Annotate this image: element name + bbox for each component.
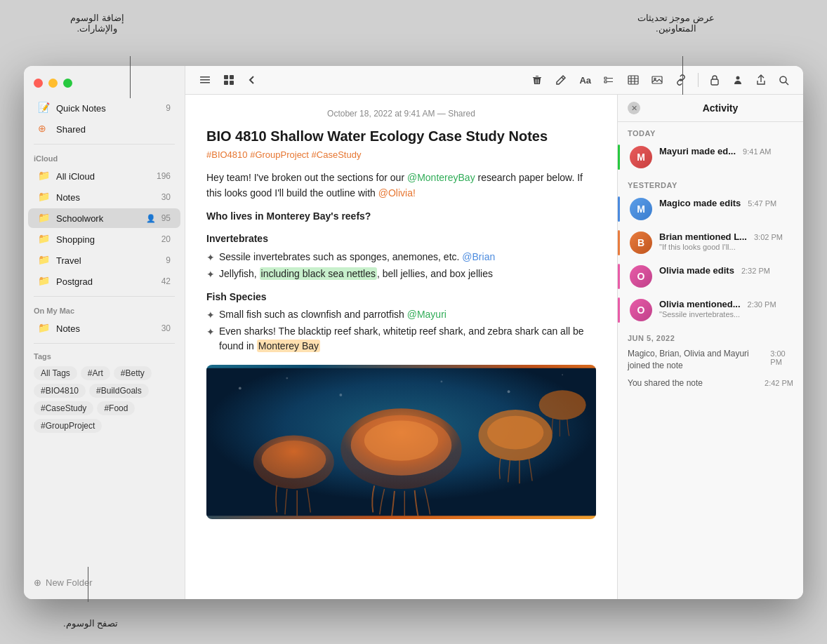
sidebar-item-shopping[interactable]: 📁 Shopping 20: [28, 229, 180, 249]
editor-panel: October 18, 2022 at 9:41 AM — Shared BIO…: [185, 95, 617, 599]
activity-item-time: 2:32 PM: [741, 267, 770, 275]
sidebar-item-schoolwork[interactable]: 📁 Schoolwork 👤 95: [28, 208, 180, 228]
zoom-button[interactable]: [63, 79, 72, 88]
format-button[interactable]: Aa: [575, 72, 595, 88]
tag-casestudy[interactable]: #CaseStudy: [34, 401, 93, 415]
window-controls: [24, 73, 185, 98]
activity-item-wrapper-2: M Magico made edits 5:47 PM: [618, 192, 803, 226]
svg-point-22: [286, 377, 288, 380]
sidebar-item-quick-notes[interactable]: 📝 Quick Notes 9: [28, 98, 180, 118]
main-area: October 18, 2022 at 9:41 AM — Shared BIO…: [185, 95, 803, 599]
sidebar-item-label: Notes: [56, 192, 159, 203]
svg-rect-2: [200, 82, 210, 83]
svg-rect-4: [230, 75, 234, 79]
bullet1-text: Sessile invertebrates such as sponges, a…: [219, 250, 495, 264]
media-button[interactable]: [647, 72, 667, 88]
activity-close-button[interactable]: ✕: [628, 102, 640, 114]
activity-item-olivia-1[interactable]: O Olivia made edits 2:32 PM: [620, 260, 780, 293]
avatar-magico: M: [630, 198, 652, 220]
icloud-section-label: iCloud: [24, 149, 185, 166]
activity-item-olivia-2[interactable]: O Olivia mentioned... "Sessile invertebr…: [620, 293, 786, 327]
activity-list: TODAY M Mayuri made ed... 9:41 AM: [618, 122, 803, 599]
activity-yesterday-label: YESTERDAY: [618, 174, 803, 192]
activity-item-name: Brian mentioned L...: [659, 232, 747, 242]
folder-icon: 📁: [38, 191, 51, 203]
svg-rect-0: [200, 76, 210, 78]
back-button[interactable]: [243, 72, 261, 88]
bullet-star-icon: ✦: [206, 250, 215, 265]
search-button[interactable]: [774, 72, 793, 88]
activity-jun5-label: JUN 5, 2022: [618, 327, 803, 345]
compose-button[interactable]: [551, 72, 571, 88]
tag-bio4810[interactable]: #BIO4810: [34, 384, 86, 398]
checklist-button[interactable]: [600, 72, 619, 88]
new-folder-button[interactable]: ⊕ New Folder: [24, 573, 185, 592]
sidebar-item-label: All iCloud: [56, 171, 154, 182]
tag-betty[interactable]: #Betty: [114, 366, 152, 380]
activity-item-brian[interactable]: B Brian mentioned L... "If this looks go…: [620, 226, 793, 260]
bullet3-text: Small fish such as clownfish and parrotf…: [219, 307, 446, 322]
bullet-item-4: ✦ Even sharks! The blacktip reef shark, …: [206, 324, 596, 354]
svg-rect-3: [224, 75, 228, 79]
svg-rect-9: [628, 76, 638, 84]
joined-text: Magico, Brian, Olivia and Mayuri joined …: [628, 348, 770, 372]
tag-groupproject[interactable]: #GroupProject: [34, 419, 102, 433]
tag-all-tags[interactable]: All Tags: [34, 366, 77, 380]
tag-art[interactable]: #Art: [81, 366, 110, 380]
sidebar-item-travel[interactable]: 📁 Travel 9: [28, 250, 180, 270]
svg-rect-16: [711, 79, 718, 85]
annotation-top-left: إضافة الوسوموالإشارات.: [70, 13, 124, 34]
editor-content[interactable]: October 18, 2022 at 9:41 AM — Shared BIO…: [185, 95, 617, 599]
collaborate-button[interactable]: [728, 72, 748, 88]
note-title[interactable]: BIO 4810 Shallow Water Ecology Case Stud…: [206, 127, 596, 145]
shared-time: 2:42 PM: [765, 379, 793, 387]
sidebar-item-shared[interactable]: ⊕ Shared: [28, 119, 180, 139]
avatar-olivia-1: O: [630, 265, 652, 288]
delete-button[interactable]: [527, 72, 547, 88]
activity-item-magico[interactable]: M Magico made edits 5:47 PM: [620, 192, 786, 226]
sidebar-item-label: Shopping: [56, 234, 159, 245]
sidebar-item-label: Postgrad: [56, 276, 159, 287]
activity-item-preview: "If this looks good I'll...: [659, 243, 747, 251]
sidebar-item-label: Shared: [56, 124, 171, 135]
svg-point-25: [508, 390, 510, 393]
tag-buildgoals[interactable]: #BuildGoals: [89, 384, 149, 398]
svg-rect-14: [652, 76, 662, 83]
note-image: [206, 365, 596, 519]
activity-item-wrapper-3: B Brian mentioned L... "If this looks go…: [618, 226, 803, 260]
folder-icon: 📁: [38, 254, 51, 267]
minimize-button[interactable]: [48, 79, 58, 88]
grid-view-button[interactable]: [219, 72, 239, 88]
monterey-mention: @MontereyBay: [407, 172, 475, 183]
close-button[interactable]: [34, 79, 43, 88]
annotation-bottom-left: تصفح الوسوم.: [63, 618, 118, 629]
sidebar-item-label: Travel: [56, 255, 163, 266]
note-tags[interactable]: #BIO4810 #GroupProject #CaseStudy: [206, 149, 596, 160]
tags-label: Tags: [34, 352, 175, 361]
shared-text: You shared the note: [628, 377, 703, 389]
olivia-mention: @Olivia!: [378, 187, 416, 199]
format-label: Aa: [579, 75, 591, 86]
sidebar-item-notes-mac[interactable]: 📁 Notes 30: [28, 318, 180, 338]
sidebar-item-notes-icloud[interactable]: 📁 Notes 30: [28, 187, 180, 207]
note-body[interactable]: Hey team! I've broken out the sections f…: [206, 170, 596, 354]
sidebar-item-all-icloud[interactable]: 📁 All iCloud 196: [28, 166, 180, 186]
svg-rect-1: [200, 79, 210, 81]
sidebar-item-label: Schoolwork: [56, 213, 146, 224]
sidebar-item-count: 95: [161, 213, 171, 223]
table-button[interactable]: [623, 72, 643, 88]
section2-title: Invertebrates: [206, 231, 596, 246]
activity-item-mayuri[interactable]: M Mayuri made ed... 9:41 AM: [620, 140, 781, 174]
bullet-item-2: ✦ Jellyfish, including black sea nettles…: [206, 267, 596, 282]
link-button[interactable]: [671, 72, 691, 88]
tag-food[interactable]: #Food: [97, 401, 135, 415]
svg-point-34: [539, 390, 586, 420]
lock-button[interactable]: [706, 72, 724, 88]
tags-grid: All Tags #Art #Betty #BIO4810 #BuildGoal…: [34, 366, 175, 433]
svg-rect-5: [224, 81, 228, 85]
sidebar-item-count: 20: [161, 234, 171, 244]
share-button[interactable]: [752, 72, 770, 88]
list-view-button[interactable]: [195, 72, 215, 88]
sidebar-item-postgrad[interactable]: 📁 Postgrad 42: [28, 271, 180, 291]
folder-icon: 📁: [38, 275, 51, 288]
